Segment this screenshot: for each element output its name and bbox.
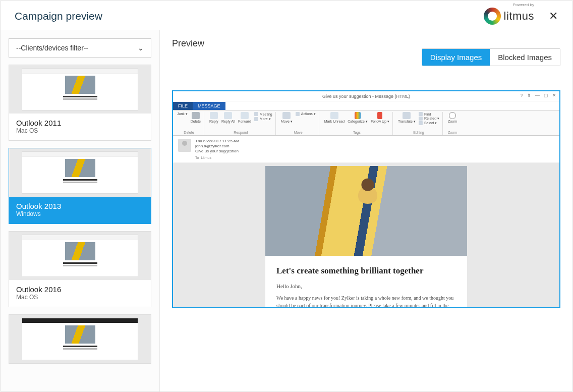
reply-all-button: Reply All: [221, 112, 235, 123]
close-icon: ✕: [552, 93, 556, 98]
filter-label: --Clients/devices filter--: [16, 44, 88, 52]
maximize-icon: ▢: [544, 93, 548, 98]
outlook-tab-file: FILE: [173, 102, 193, 110]
blocked-images-button[interactable]: Blocked Images: [490, 49, 560, 66]
outlook-window-title: Give us your suggestion - Message (HTML): [322, 94, 410, 99]
display-images-button[interactable]: Display Images: [422, 49, 490, 66]
litmus-text: litmus: [504, 10, 534, 23]
preview-frame: Give us your suggestion - Message (HTML)…: [172, 90, 560, 308]
litmus-logo-icon: [484, 8, 501, 25]
close-icon: ✕: [549, 10, 558, 22]
delete-button: Delete: [191, 112, 201, 123]
email-hero-image: [265, 166, 467, 256]
help-icon: ?: [521, 93, 523, 98]
move-button: Move ▾: [281, 112, 293, 124]
message-from: john.a@zylker.com: [195, 144, 240, 148]
more-icon: [254, 117, 258, 121]
preview-pane: Preview Display Images Blocked Images Gi…: [160, 30, 572, 391]
related-icon: [419, 117, 423, 121]
zoom-icon: [449, 112, 456, 119]
reply-button: Reply: [209, 112, 218, 123]
client-card-outlook-2013[interactable]: Outlook 2013 Windows: [9, 148, 151, 224]
client-os: Windows: [16, 210, 144, 217]
client-thumbnail: [9, 65, 151, 114]
delete-icon: [192, 112, 200, 119]
meeting-button: Meeting: [254, 112, 272, 116]
message-date: Thu 6/22/2017 11:25 AM: [195, 139, 240, 143]
outlook-window-controls: ? ⬆ — ▢ ✕: [521, 93, 556, 98]
outlook-tab-message: MESSAGE: [193, 102, 225, 110]
find-icon: [419, 112, 423, 116]
client-thumbnail: [9, 148, 151, 197]
header-right: Powered by litmus ✕: [484, 8, 558, 25]
mark-unread-button: Mark Unread: [324, 112, 345, 123]
translate-button: Translate ▾: [398, 112, 416, 124]
chevron-down-icon: ⌄: [138, 44, 144, 52]
ribbon-group-editing: Translate ▾ Find Related ▾ Select ▾ Edit…: [397, 112, 443, 135]
client-os: Mac OS: [16, 127, 144, 134]
find-button: Find: [419, 112, 439, 116]
select-button: Select ▾: [419, 121, 439, 125]
client-os: Mac OS: [16, 294, 144, 301]
client-card-outlook-2016[interactable]: Outlook 2016 Mac OS: [9, 231, 151, 307]
message-subject: Give us your suggestion: [195, 149, 240, 153]
reply-icon: [210, 112, 218, 119]
actions-icon: [296, 112, 300, 116]
ribbon-group-zoom: Zoom Zoom: [447, 112, 460, 135]
junk-button: Junk ▾: [177, 112, 188, 116]
client-name: Outlook 2013: [16, 202, 144, 210]
clients-filter-dropdown[interactable]: --Clients/devices filter-- ⌄: [9, 38, 151, 58]
clients-list: Outlook 2011 Mac OS: [9, 65, 151, 364]
flag-icon: [377, 112, 382, 119]
powered-by-label: Powered by: [513, 3, 534, 7]
zoom-button: Zoom: [448, 112, 457, 123]
minimize-icon: —: [535, 93, 540, 98]
client-name: Outlook 2011: [16, 119, 144, 127]
preview-title: Preview: [172, 38, 560, 49]
image-toggle-group: Display Images Blocked Images: [422, 48, 560, 66]
outlook-titlebar: Give us your suggestion - Message (HTML)…: [173, 91, 559, 101]
select-icon: [419, 121, 423, 125]
modal-body: --Clients/devices filter-- ⌄: [1, 30, 572, 391]
modal-header: Campaign preview Powered by litmus ✕: [1, 1, 572, 30]
clients-sidebar[interactable]: --Clients/devices filter-- ⌄: [1, 30, 160, 391]
litmus-brand: Powered by litmus: [484, 8, 534, 25]
client-thumbnail: [9, 315, 151, 363]
client-card-unknown[interactable]: [9, 314, 151, 364]
email-paragraph: We have a happy news for you! Zylker is …: [276, 294, 456, 308]
ribbon-group-delete: Junk ▾ Delete Delete: [176, 112, 204, 135]
outlook-tabs: FILE MESSAGE: [173, 101, 559, 110]
forward-button: Forward: [238, 112, 251, 123]
follow-up-button: Follow Up ▾: [371, 112, 389, 124]
more-button: More ▾: [254, 117, 272, 121]
categorize-icon: [355, 112, 361, 119]
categorize-button: Categorize ▾: [348, 112, 368, 124]
avatar-icon: [178, 139, 191, 152]
related-button: Related ▾: [419, 117, 439, 121]
ribbon-group-move: Move ▾ Actions ▾ Move: [280, 112, 319, 135]
move-icon: [282, 112, 291, 119]
outlook-message-meta: Thu 6/22/2017 11:25 AM john.a@zylker.com…: [173, 136, 559, 163]
outlook-ribbon: Junk ▾ Delete Delete Reply Reply A: [173, 110, 559, 136]
message-to: To Litmus: [195, 156, 240, 159]
close-button[interactable]: ✕: [548, 11, 558, 21]
ribbon-group-tags: Mark Unread Categorize ▾ Follow Up ▾ Tag…: [323, 112, 393, 135]
reply-all-icon: [224, 112, 232, 119]
mark-unread-icon: [330, 112, 338, 119]
email-greeting: Hello John,: [276, 283, 456, 289]
email-content: Let's create something brilliant togethe…: [265, 166, 467, 308]
email-heading: Let's create something brilliant togethe…: [276, 266, 456, 276]
email-body: Let's create something brilliant togethe…: [173, 163, 559, 308]
ribbon-toggle-icon: ⬆: [527, 93, 531, 98]
meeting-icon: [254, 112, 258, 116]
modal-title: Campaign preview: [15, 10, 102, 22]
ribbon-group-respond: Reply Reply All Forward Meeting More ▾ R…: [208, 112, 276, 135]
client-card-outlook-2011[interactable]: Outlook 2011 Mac OS: [9, 65, 151, 141]
campaign-preview-modal: Campaign preview Powered by litmus ✕ --C…: [0, 0, 573, 392]
client-name: Outlook 2016: [16, 285, 144, 294]
actions-button: Actions ▾: [296, 112, 316, 116]
forward-icon: [241, 112, 249, 119]
translate-icon: [403, 112, 411, 119]
client-thumbnail: [9, 232, 151, 280]
